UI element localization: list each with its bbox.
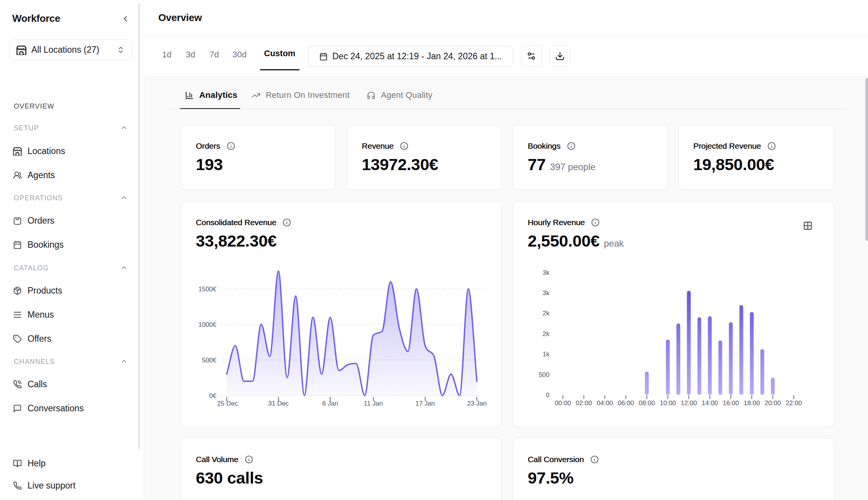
- svg-text:3k: 3k: [543, 289, 549, 297]
- svg-text:12:00: 12:00: [681, 399, 697, 407]
- svg-text:2k: 2k: [543, 310, 549, 317]
- svg-text:3k: 3k: [543, 269, 549, 276]
- svg-text:23 Jan: 23 Jan: [467, 400, 487, 407]
- svg-text:22:00: 22:00: [786, 399, 802, 407]
- svg-text:6 Jan: 6 Jan: [322, 400, 338, 407]
- svg-text:500€: 500€: [202, 357, 216, 364]
- svg-text:20:00: 20:00: [765, 399, 781, 407]
- svg-text:0: 0: [546, 391, 549, 399]
- svg-text:18:00: 18:00: [744, 399, 760, 407]
- svg-text:500: 500: [539, 371, 549, 378]
- svg-text:14:00: 14:00: [702, 399, 718, 407]
- svg-text:1000€: 1000€: [198, 321, 217, 328]
- svg-text:17 Jan: 17 Jan: [415, 400, 435, 407]
- svg-text:1k: 1k: [543, 351, 549, 358]
- svg-text:10:00: 10:00: [660, 399, 676, 407]
- svg-text:31 Dec: 31 Dec: [268, 400, 289, 407]
- svg-text:06:00: 06:00: [618, 399, 634, 407]
- svg-text:04:00: 04:00: [597, 399, 613, 407]
- svg-text:16:00: 16:00: [723, 399, 739, 407]
- svg-text:25 Dec: 25 Dec: [217, 400, 238, 407]
- svg-text:2k: 2k: [543, 330, 549, 338]
- svg-text:0€: 0€: [209, 392, 216, 399]
- svg-text:02:00: 02:00: [576, 399, 592, 407]
- svg-text:08:00: 08:00: [639, 399, 655, 407]
- svg-text:1500€: 1500€: [198, 286, 217, 293]
- svg-text:11 Jan: 11 Jan: [364, 400, 383, 407]
- svg-text:00:00: 00:00: [555, 399, 571, 407]
